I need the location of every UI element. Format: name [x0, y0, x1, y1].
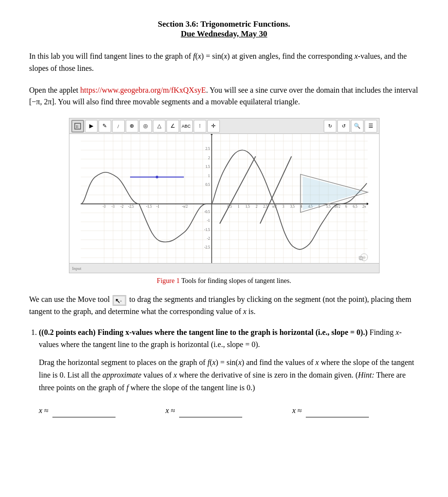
- intro-paragraph: In this lab you will find tangent lines …: [29, 50, 419, 75]
- svg-text:-2: -2: [207, 236, 210, 241]
- problem-1: ((0.2 points each) Finding x-values wher…: [39, 327, 419, 417]
- svg-text:↖: ↖: [115, 297, 120, 304]
- svg-text:R: R: [76, 124, 79, 129]
- toolbar-circle[interactable]: ◎: [139, 120, 152, 133]
- svg-text:6.5: 6.5: [353, 205, 358, 209]
- figure-label: Figure 1: [157, 277, 180, 284]
- svg-text:0.5: 0.5: [205, 182, 210, 187]
- graph-area: -π/2 -1 -1.5 -2.5 -2 -3 -3 0.5 1 1.5 2 2…: [69, 134, 379, 263]
- toolbar-undo[interactable]: ↻: [324, 120, 336, 133]
- problem-list: ((0.2 points each) Finding x-values wher…: [39, 327, 419, 417]
- move-tool-icon: ↖ +: [113, 295, 126, 306]
- svg-text:2: 2: [208, 156, 210, 160]
- answer-line-3[interactable]: [306, 404, 369, 417]
- toolbar-abc[interactable]: ABC: [180, 120, 193, 133]
- answer-item-1: x ≈: [39, 404, 166, 417]
- answer-label-3: x ≈: [292, 404, 302, 417]
- svg-text:2.5: 2.5: [205, 147, 210, 151]
- svg-text:-2.5: -2.5: [204, 246, 210, 250]
- toolbar-polygon[interactable]: △: [153, 120, 166, 133]
- svg-point-85: [155, 176, 158, 179]
- figure-caption-text: Tools for finding slopes of tangent line…: [180, 277, 291, 284]
- toolbar-line[interactable]: /: [112, 120, 125, 133]
- svg-rect-93: [114, 296, 125, 305]
- toolbar-pencil[interactable]: ✎: [99, 120, 111, 133]
- svg-text:-3: -3: [111, 205, 114, 209]
- toolbar-redo[interactable]: ↺: [337, 120, 350, 133]
- answer-item-3: x ≈: [292, 404, 419, 417]
- toolbar-search[interactable]: 🔍: [351, 120, 364, 133]
- svg-text:1.5: 1.5: [245, 205, 250, 209]
- toolbar-grid[interactable]: ⁝: [194, 120, 206, 133]
- geogebra-applet-image: R ▶ ✎ / ⊕ ◎ △ ∠ ABC ⁝ ✛ ↻ ↺ 🔍 ☰ ↔: [69, 118, 380, 273]
- toolbar-arrow[interactable]: ▶: [85, 120, 98, 133]
- svg-text:⊕: ⊕: [363, 255, 366, 260]
- svg-text:1: 1: [237, 205, 239, 209]
- svg-text:3.5: 3.5: [290, 205, 295, 209]
- move-tool-paragraph: We can use the Move tool ↖ + to drag the…: [29, 294, 419, 318]
- status-bar: Input: [69, 263, 379, 273]
- answer-label-1: x ≈: [39, 404, 49, 417]
- svg-text:6: 6: [345, 205, 347, 209]
- answer-label-2: x ≈: [166, 404, 175, 417]
- applet-link[interactable]: https://www.geogebra.org/m/fKxQXsyE: [80, 86, 206, 94]
- svg-text:3: 3: [282, 205, 284, 209]
- svg-text:1.5: 1.5: [205, 165, 210, 169]
- figure-caption: Figure 1 Tools for finding slopes of tan…: [157, 277, 291, 285]
- toolbar-menu[interactable]: ☰: [365, 120, 377, 133]
- title-line1: Section 3.6: Trigonometric Functions.: [29, 19, 419, 29]
- svg-text:2π: 2π: [362, 205, 366, 209]
- toolbar-angle[interactable]: ∠: [166, 120, 179, 133]
- svg-text:-π/2: -π/2: [182, 205, 187, 209]
- svg-text:-2.5: -2.5: [128, 205, 134, 209]
- toolbar-right: ↻ ↺ 🔍 ☰: [324, 120, 377, 133]
- svg-text:-1.5: -1.5: [204, 228, 210, 232]
- svg-text:1: 1: [208, 174, 210, 178]
- svg-text:+: +: [120, 299, 122, 303]
- answer-item-2: x ≈: [166, 404, 292, 417]
- svg-text:-2: -2: [120, 205, 123, 209]
- answer-row: x ≈ x ≈ x ≈: [39, 404, 419, 417]
- svg-text:-1.5: -1.5: [146, 205, 151, 209]
- problem-1-header: ((0.2 points each) Finding x-values wher…: [39, 327, 419, 351]
- toolbar-move2[interactable]: ✛: [207, 120, 220, 133]
- toolbar-pointer[interactable]: R: [71, 120, 84, 133]
- title-line2: Due Wednesday, May 30: [29, 29, 419, 39]
- answer-line-1[interactable]: [52, 404, 116, 417]
- svg-text:-1: -1: [207, 218, 210, 223]
- svg-text:-1: -1: [156, 205, 159, 209]
- svg-text:-0.5: -0.5: [204, 210, 210, 214]
- svg-text:3π/2: 3π/2: [334, 205, 340, 209]
- toolbar-move[interactable]: ⊕: [126, 120, 138, 133]
- page-title: Section 3.6: Trigonometric Functions. Du…: [29, 19, 419, 39]
- problem-1-body: Drag the horizontal segment to places on…: [39, 356, 419, 417]
- figure-container: R ▶ ✎ / ⊕ ◎ △ ∠ ABC ⁝ ✛ ↻ ↺ 🔍 ☰ ↔: [29, 118, 419, 285]
- toolbar: R ▶ ✎ / ⊕ ◎ △ ∠ ABC ⁝ ✛ ↻ ↺ 🔍 ☰: [69, 118, 379, 134]
- applet-paragraph: Open the applet https://www.geogebra.org…: [29, 84, 419, 109]
- svg-text:5.5: 5.5: [326, 205, 331, 209]
- svg-text:-3: -3: [102, 205, 105, 209]
- svg-text:2: 2: [255, 205, 257, 209]
- answer-line-2[interactable]: [179, 404, 242, 417]
